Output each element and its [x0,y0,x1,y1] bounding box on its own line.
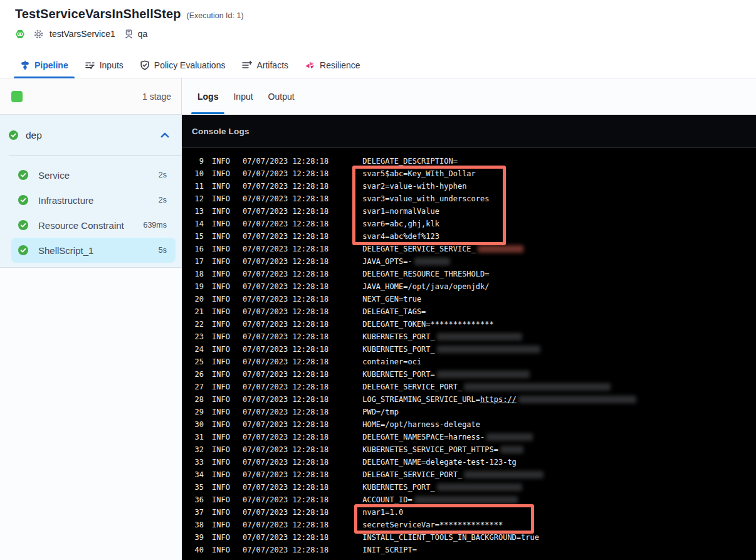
log-timestamp: 07/07/2023 12:28:18 [243,381,328,393]
artifacts-icon [241,60,252,70]
log-tab-input[interactable]: Input [227,78,259,115]
log-message: DELEGATE_NAME=delegate-test-123-tg [362,456,517,468]
log-level: INFO [212,393,230,406]
log-line: 17INFO07/07/2023 12:28:18JAVA_OPTS=- [182,255,756,268]
log-tab-output[interactable]: Output [262,78,301,115]
step-duration: 2s [159,171,167,179]
log-line-number: 32 [182,443,204,456]
redacted-value [478,245,523,253]
step-item-shellscript-1[interactable]: ShellScript_15s [11,238,176,263]
log-timestamp: 07/07/2023 12:28:18 [243,268,328,280]
tab-label: Inputs [100,60,123,70]
log-message: JAVA_HOME=/opt/java/openjdk/ [362,280,489,293]
tab-artifacts[interactable]: Artifacts [235,53,295,78]
log-line: 38INFO07/07/2023 12:28:18secretServiceVa… [182,519,756,531]
log-timestamp: 07/07/2023 12:28:18 [243,180,328,193]
step-label: Service [38,170,70,181]
log-timestamp: 07/07/2023 12:28:18 [243,318,328,330]
log-level: INFO [212,356,230,368]
chevron-up-icon[interactable] [160,132,169,138]
log-level: INFO [212,218,230,230]
step-label: ShellScript_1 [38,245,93,256]
step-item-service[interactable]: Service2s [11,162,176,188]
chaos-icon [305,60,315,70]
tab-policy-evaluations[interactable]: Policy Evaluations [134,53,232,78]
log-line-number: 16 [182,243,204,255]
log-timestamp: 07/07/2023 12:28:18 [243,243,328,255]
log-message: DELEGATE_SERVICE_PORT_ [362,468,543,481]
log-line-number: 10 [182,167,204,180]
log-level: INFO [212,456,230,468]
log-level: INFO [212,381,230,393]
log-line: 10INFO07/07/2023 12:28:18svar5$abc=Key_W… [182,167,756,180]
gear-icon[interactable] [33,29,44,40]
environment-name[interactable]: qa [138,29,148,39]
log-line: 16INFO07/07/2023 12:28:18DELEGATE_SERVIC… [182,243,756,255]
log-line-number: 34 [182,468,204,481]
log-timestamp: 07/07/2023 12:28:18 [243,167,328,180]
log-tab-label: Output [268,92,295,102]
log-line-number: 20 [182,293,204,305]
log-link[interactable]: https:// [480,393,517,406]
log-line: 24INFO07/07/2023 12:28:18KUBERNETES_PORT… [182,343,756,356]
log-timestamp: 07/07/2023 12:28:18 [243,393,328,406]
log-line: 29INFO07/07/2023 12:28:18PWD=/tmp [182,406,756,418]
log-message: KUBERNETES_PORT_ [362,343,540,356]
log-message: nvar1=1.0 [362,506,403,519]
log-line-number: 14 [182,218,204,230]
stage-sidebar: 1 stage dep Service2sInfrastructure2 [0,78,182,560]
environment-icon [124,29,134,39]
log-timestamp: 07/07/2023 12:28:18 [243,305,328,318]
log-line-number: 12 [182,193,204,205]
log-message: DELEGATE_SERVICE_SERVICE_ [362,243,523,255]
success-check-icon [18,245,28,255]
log-line-number: 29 [182,406,204,418]
log-line: 25INFO07/07/2023 12:28:18container=oci [182,356,756,368]
log-message: HOME=/opt/harness-delegate [362,418,480,431]
log-level: INFO [212,193,230,205]
log-timestamp: 07/07/2023 12:28:18 [243,443,328,456]
log-line-number: 25 [182,356,204,368]
execution-header: TestServiceVarsInShellStep (Execution Id… [0,0,756,53]
log-level: INFO [212,343,230,356]
shield-check-icon [140,60,150,70]
tab-resilience[interactable]: Resilience [298,53,367,78]
tab-pipeline[interactable]: Pipeline [14,53,75,78]
log-message: svar2=value-with-hyphen [362,180,466,193]
log-line-number: 38 [182,519,204,531]
log-line-number: 24 [182,343,204,356]
redacted-value [464,383,611,391]
log-line: 32INFO07/07/2023 12:28:18KUBERNETES_SERV… [182,443,756,456]
log-line-number: 19 [182,280,204,293]
log-timestamp: 07/07/2023 12:28:18 [243,205,328,218]
log-line: 36INFO07/07/2023 12:28:18ACCOUNT_ID= [182,494,756,506]
step-item-resource-constraint[interactable]: Resource Constraint639ms [11,213,176,238]
log-line-number: 11 [182,180,204,193]
console-log-lines: 9INFO07/07/2023 12:28:18DELEGATE_DESCRIP… [182,148,756,556]
redacted-value [437,483,522,491]
log-tab-logs[interactable]: Logs [191,78,224,115]
log-timestamp: 07/07/2023 12:28:18 [243,431,328,443]
log-line: 14INFO07/07/2023 12:28:18svar6=abc,ghj,k… [182,218,756,230]
stage-group-header[interactable]: dep [0,115,182,156]
log-line: 37INFO07/07/2023 12:28:18nvar1=1.0 [182,506,756,519]
step-label: Infrastructure [38,195,93,206]
log-line: 34INFO07/07/2023 12:28:18DELEGATE_SERVIC… [182,468,756,481]
log-line: 31INFO07/07/2023 12:28:18DELEGATE_NAMESP… [182,431,756,443]
log-level: INFO [212,268,230,280]
log-line-number: 27 [182,381,204,393]
log-line-number: 22 [182,318,204,330]
step-item-infrastructure[interactable]: Infrastructure2s [11,188,176,213]
stage-status-square[interactable] [11,91,23,102]
log-timestamp: 07/07/2023 12:28:18 [243,293,328,305]
log-message: DELEGATE_SERVICE_PORT_ [362,381,611,393]
tab-inputs[interactable]: Inputs [78,53,130,78]
log-message: svar1=normalValue [362,205,439,218]
log-level: INFO [212,155,230,167]
console-title: Console Logs [192,127,249,136]
service-name[interactable]: testVarsService1 [50,29,115,39]
log-line-number: 9 [182,155,204,167]
log-level: INFO [212,406,230,418]
log-line-number: 36 [182,494,204,506]
log-line-number: 37 [182,506,204,519]
